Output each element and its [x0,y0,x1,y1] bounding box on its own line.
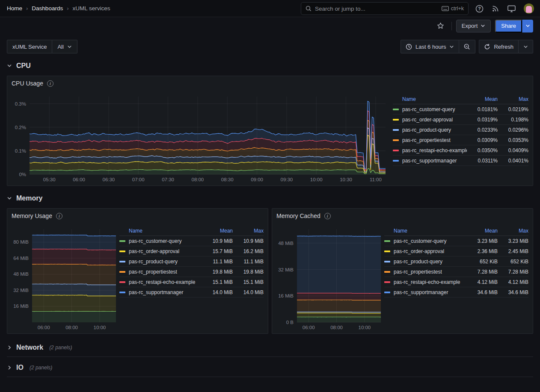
help-icon[interactable]: ? [475,5,484,13]
legend-row[interactable]: pas-rc_customer-query 10.9 MiB 10.9 MiB [119,236,264,246]
panel-title[interactable]: Memory Usage [12,212,52,219]
series-name[interactable]: pas-rc_product-query [402,127,467,133]
section-title-memory: Memory [16,195,42,202]
breadcrumb-dashboards[interactable]: Dashboards [32,5,63,12]
search-bar[interactable]: ctrl+k [301,2,469,15]
series-name[interactable]: pas-rc_customer-query [402,106,467,112]
series-name[interactable]: pas-rc_restapi-echo-example [129,279,202,285]
legend-row[interactable]: pas-rc_supportmanager 0.0311% 0.0401% [393,156,528,166]
series-name[interactable]: pas-rc_propertiestest [394,269,467,275]
panel-title[interactable]: Memory Cached [276,212,320,219]
legend-row[interactable]: pas-rc_restapi-echo-example 0.0350% 0.04… [393,145,528,156]
export-button[interactable]: Export [456,20,491,32]
legend-row[interactable]: pas-rc_propertiestest 0.0309% 0.0353% [393,135,528,145]
zoom-out-time-button[interactable] [459,40,475,53]
legend-header-mean[interactable]: Mean [467,228,498,234]
breadcrumb-home[interactable]: Home [7,5,22,12]
svg-text:0.1%: 0.1% [15,148,26,153]
legend-row[interactable]: pas-rc_order-approval 2.36 MiB 2.45 MiB [384,246,528,256]
legend-row[interactable]: pas-rc_product-query 0.0233% 0.0296% [393,125,528,135]
variable-label: xUML Service [7,40,52,53]
legend-header: Name Mean Max [119,226,264,236]
legend-header-name[interactable]: Name [394,228,467,234]
section-header-cpu[interactable]: CPU [0,59,540,72]
legend-header-max[interactable]: Max [498,228,528,234]
legend-row[interactable]: pas-rc_customer-query 0.0181% 0.0219% [393,104,528,115]
series-name[interactable]: pas-rc_restapi-echo-example [402,147,467,153]
legend-row[interactable]: pas-rc_propertiestest 19.8 MiB 19.8 MiB [119,267,264,277]
series-name[interactable]: pas-rc_order-approval [394,248,467,254]
section-header-network[interactable]: Network (2 panels) [7,342,533,353]
section-header-memory[interactable]: Memory [0,192,540,205]
legend-row[interactable]: pas-rc_order-approval 15.7 MiB 16.2 MiB [119,246,264,256]
legend-row[interactable]: pas-rc_product-query 11.1 MiB 11.1 MiB [119,256,264,267]
series-color-chip [384,281,390,283]
legend-row[interactable]: pas-rc_order-approval 0.0319% 0.198% [393,115,528,125]
chevron-right-icon [7,365,12,370]
keyboard-icon [442,6,449,11]
monitor-icon[interactable] [507,5,516,12]
series-max-value: 652 KiB [498,259,528,265]
series-name[interactable]: pas-rc_restapi-echo-example [394,279,467,285]
memory-cached-legend: Name Mean Max pas-rc_customer-query 3.23… [384,226,528,298]
series-name[interactable]: pas-rc_order-approval [129,248,202,254]
svg-text:0.2%: 0.2% [15,125,26,130]
svg-text:32 MiB: 32 MiB [278,267,294,272]
legend-header-name[interactable]: Name [402,96,467,102]
info-icon[interactable]: i [56,213,62,219]
series-color-chip [119,271,125,273]
legend-header-mean[interactable]: Mean [467,96,498,102]
series-name[interactable]: pas-rc_customer-query [129,238,202,244]
legend-row[interactable]: pas-rc_product-query 652 KiB 652 KiB [384,256,528,267]
series-color-chip [393,160,399,162]
cpu-usage-legend: Name Mean Max pas-rc_customer-query 0.01… [393,94,528,166]
memory-usage-chart[interactable]: 16 MiB32 MiB48 MiB64 MiB80 MiB06:0008:00… [10,227,118,331]
svg-text:08:00: 08:00 [330,325,343,330]
time-range-picker[interactable]: Last 6 hours [401,40,460,53]
info-icon[interactable]: i [47,80,53,87]
legend-header-name[interactable]: Name [129,228,202,234]
series-name[interactable]: pas-rc_propertiestest [129,269,202,275]
series-name[interactable]: pas-rc_product-query [394,259,467,265]
memory-cached-chart[interactable]: 0 B16 MiB32 MiB48 MiB06:0008:0010:00 [275,227,383,331]
refresh-button[interactable]: Refresh [479,40,519,53]
panel-title[interactable]: CPU Usage [12,80,43,87]
legend-row[interactable]: pas-rc_customer-query 3.23 MiB 3.23 MiB [384,236,528,246]
legend-row[interactable]: pas-rc_restapi-echo-example 15.1 MiB 15.… [119,277,264,287]
cpu-usage-chart[interactable]: 0%0.1%0.2%0.3%05:3006:0006:3007:0007:300… [11,95,387,183]
series-max-value: 0.198% [498,117,528,123]
series-name[interactable]: pas-rc_order-approval [402,117,467,123]
news-rss-icon[interactable] [492,5,499,12]
series-name[interactable]: pas-rc_product-query [129,259,202,265]
legend-row[interactable]: pas-rc_restapi-echo-example 4.12 MiB 4.1… [384,277,528,287]
search-input[interactable] [315,6,438,12]
keyboard-shortcut-hint: ctrl+k [442,6,464,12]
svg-text:0.3%: 0.3% [15,101,26,106]
section-header-io[interactable]: IO (2 panels) [7,362,533,373]
refresh-interval-caret[interactable] [519,40,533,53]
series-name[interactable]: pas-rc_supportmanager [394,289,467,295]
share-menu-caret-button[interactable] [522,20,533,32]
series-name[interactable]: pas-rc_supportmanager [129,289,202,295]
series-mean-value: 15.7 MiB [202,248,233,254]
legend-header-max[interactable]: Max [233,228,264,234]
favorite-star-button[interactable] [434,20,447,32]
time-range-label: Last 6 hours [415,44,446,50]
series-name[interactable]: pas-rc_customer-query [394,238,467,244]
clock-icon [406,44,412,50]
variable-value-dropdown[interactable]: All [52,40,77,53]
svg-text:0%: 0% [19,172,26,177]
series-color-chip [119,261,125,262]
legend-header-mean[interactable]: Mean [202,228,233,234]
legend-row[interactable]: pas-rc_supportmanager 14.0 MiB 14.0 MiB [119,287,264,298]
series-mean-value: 3.23 MiB [467,238,498,244]
series-name[interactable]: pas-rc_supportmanager [402,158,467,164]
series-color-chip [393,119,399,121]
legend-row[interactable]: pas-rc_propertiestest 7.28 MiB 7.28 MiB [384,267,528,277]
share-button[interactable]: Share [495,20,522,32]
legend-header-max[interactable]: Max [498,96,528,102]
info-icon[interactable]: i [324,213,331,219]
user-avatar[interactable] [524,3,534,14]
series-name[interactable]: pas-rc_propertiestest [402,137,467,143]
legend-row[interactable]: pas-rc_supportmanager 34.6 MiB 34.6 MiB [384,287,528,298]
